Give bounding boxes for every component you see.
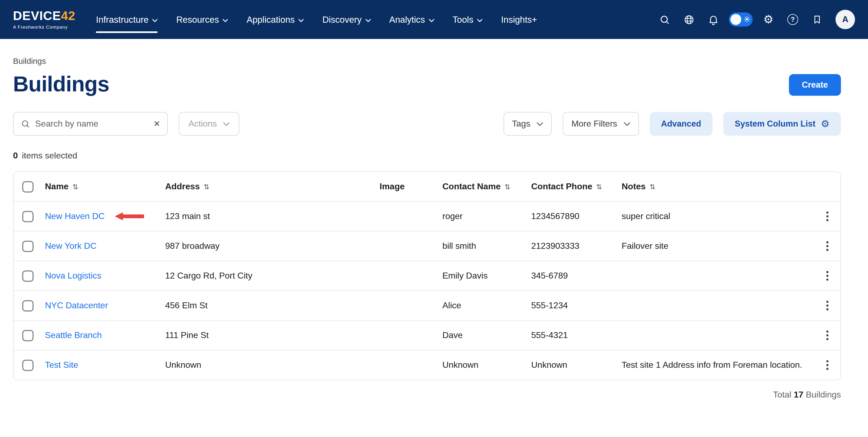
building-name-link[interactable]: Test Site (45, 360, 78, 370)
contact-phone-cell: 2123903333 (531, 241, 622, 251)
nav-item-label: Tools (453, 14, 473, 25)
brand-accent: 42 (61, 8, 75, 23)
column-header-name[interactable]: Name⇅ (45, 182, 165, 192)
bookmark-icon[interactable] (808, 11, 826, 28)
column-header-notes[interactable]: Notes⇅ (622, 182, 814, 192)
nav-item-analytics[interactable]: Analytics (389, 0, 434, 39)
more-filters-dropdown[interactable]: More Filters (563, 112, 639, 136)
contact-phone-cell: 1234567890 (531, 211, 622, 221)
selected-count: 0 (13, 151, 18, 160)
nav-item-label: Analytics (389, 14, 425, 25)
notes-cell: Failover site (622, 241, 814, 251)
contact-name-cell: Emily Davis (442, 271, 531, 281)
toolbar: ✕ Actions Tags More Filters Advanced Sys… (13, 112, 841, 136)
nav-item-applications[interactable]: Applications (247, 0, 304, 39)
selected-label: items selected (22, 151, 78, 160)
help-icon[interactable]: ? (784, 11, 801, 28)
row-menu-icon[interactable] (824, 328, 831, 342)
advanced-button[interactable]: Advanced (650, 112, 713, 136)
building-name-link[interactable]: Seattle Branch (45, 331, 102, 340)
contact-phone-cell: 555-1234 (531, 301, 622, 310)
buildings-table: Name⇅ Address⇅ Image Contact Name⇅ Conta… (13, 171, 841, 380)
sort-icon[interactable]: ⇅ (650, 182, 655, 191)
row-checkbox[interactable] (22, 300, 34, 311)
select-all-checkbox[interactable] (22, 181, 34, 192)
building-name-link[interactable]: New Haven DC (45, 211, 105, 221)
actions-label: Actions (188, 119, 217, 129)
brand-tagline: A Freshworks Company (13, 24, 75, 30)
contact-phone-cell: 345-6789 (531, 271, 622, 281)
address-cell: 12 Cargo Rd, Port City (165, 271, 379, 281)
row-checkbox[interactable] (22, 330, 34, 341)
row-checkbox[interactable] (22, 211, 34, 222)
table-row: NYC Datacenter 456 Elm St Alice 555-1234 (13, 291, 840, 320)
nav-item-label: Resources (176, 14, 219, 25)
actions-dropdown[interactable]: Actions (179, 112, 240, 136)
sort-icon[interactable]: ⇅ (504, 182, 510, 191)
table-row: Nova Logistics 12 Cargo Rd, Port City Em… (13, 261, 840, 291)
primary-nav: Infrastructure Resources Applications Di… (96, 0, 537, 39)
nav-item-infrastructure[interactable]: Infrastructure (96, 0, 158, 39)
nav-item-label: Applications (247, 14, 295, 25)
total-count: 17 (794, 390, 804, 399)
clear-search-icon[interactable]: ✕ (154, 120, 160, 128)
address-cell: 987 broadway (165, 241, 379, 251)
column-header-contact-phone[interactable]: Contact Phone⇅ (531, 182, 622, 192)
bell-icon[interactable] (705, 11, 722, 28)
nav-item-tools[interactable]: Tools (453, 0, 483, 39)
nav-item-discovery[interactable]: Discovery (322, 0, 371, 39)
chevron-down-icon (429, 19, 434, 22)
chevron-down-icon (477, 19, 483, 22)
sort-icon[interactable]: ⇅ (204, 182, 210, 191)
globe-icon[interactable] (680, 11, 698, 28)
user-avatar[interactable]: A (836, 10, 855, 29)
chevron-down-icon (152, 19, 158, 22)
sort-icon[interactable]: ⇅ (72, 182, 78, 191)
table-footer: Total 17 Buildings (13, 390, 841, 400)
table-row: Test Site Unknown Unknown Unknown Test s… (13, 350, 840, 380)
brand-wordmark: DEVICE42 (13, 9, 75, 22)
building-name-link[interactable]: NYC Datacenter (45, 301, 108, 310)
nav-item-insights[interactable]: Insights+ (501, 0, 537, 39)
create-button[interactable]: Create (789, 74, 841, 96)
device42-logo[interactable]: DEVICE42 A Freshworks Company (13, 9, 75, 30)
table-row: New Haven DC 123 main st roger 123456789… (13, 201, 840, 231)
table-row: New York DC 987 broadway bill smith 2123… (13, 231, 840, 261)
table-row: Seattle Branch 111 Pine St Dave 555-4321 (13, 320, 840, 350)
gear-icon[interactable]: ⚙ (760, 11, 777, 28)
total-prefix: Total (773, 390, 792, 399)
contact-name-cell: bill smith (442, 241, 531, 251)
row-checkbox[interactable] (22, 359, 34, 371)
page-title: Buildings (13, 72, 109, 96)
tags-dropdown[interactable]: Tags (503, 112, 552, 136)
row-menu-icon[interactable] (824, 239, 831, 253)
column-header-contact-name[interactable]: Contact Name⇅ (442, 182, 531, 192)
system-column-list-button[interactable]: System Column List ⚙ (723, 112, 841, 136)
nav-item-resources[interactable]: Resources (176, 0, 228, 39)
breadcrumb[interactable]: Buildings (13, 56, 841, 65)
search-input[interactable] (35, 119, 149, 129)
row-checkbox[interactable] (22, 240, 34, 252)
notes-cell: Test site 1 Address info from Foreman lo… (622, 360, 814, 370)
nav-item-label: Insights+ (501, 14, 537, 25)
search-icon[interactable] (656, 11, 673, 28)
chevron-down-icon (223, 122, 230, 126)
address-cell: 123 main st (165, 211, 379, 221)
row-checkbox[interactable] (22, 270, 34, 281)
row-menu-icon[interactable] (824, 358, 831, 372)
building-name-link[interactable]: New York DC (45, 241, 96, 251)
building-name-link[interactable]: Nova Logistics (45, 271, 101, 281)
row-menu-icon[interactable] (824, 269, 831, 283)
selection-status: 0 items selected (13, 151, 841, 161)
sort-icon[interactable]: ⇅ (596, 182, 602, 191)
address-cell: 456 Elm St (165, 301, 379, 310)
row-menu-icon[interactable] (824, 209, 831, 223)
main-content: Buildings Buildings Create ✕ Actions Tag… (0, 39, 868, 413)
total-suffix: Buildings (806, 390, 841, 399)
row-menu-icon[interactable] (824, 299, 831, 313)
gear-icon: ⚙ (821, 119, 830, 129)
search-icon (21, 119, 30, 129)
nav-item-label: Discovery (322, 14, 362, 25)
theme-toggle[interactable] (729, 12, 753, 27)
column-header-address[interactable]: Address⇅ (165, 182, 379, 192)
